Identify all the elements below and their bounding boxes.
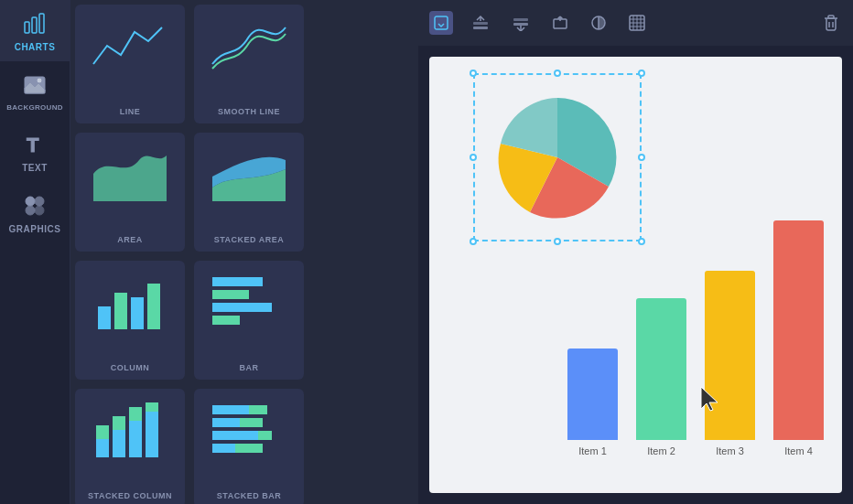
chart-thumb-stacked-area[interactable]: STACKED AREA bbox=[194, 133, 304, 252]
svg-rect-23 bbox=[129, 407, 142, 421]
sidebar: CHARTS BACKGROUND T TEXT bbox=[0, 0, 70, 504]
bar-4 bbox=[773, 220, 824, 440]
svg-rect-12 bbox=[131, 297, 144, 329]
cursor-icon bbox=[697, 385, 723, 420]
svg-rect-20 bbox=[113, 430, 125, 457]
background-icon bbox=[20, 70, 49, 100]
svg-rect-11 bbox=[114, 293, 127, 329]
svg-rect-17 bbox=[212, 316, 240, 325]
bar-chart-icon bbox=[20, 9, 49, 38]
bar-label-3: Item 3 bbox=[716, 445, 744, 456]
svg-rect-2 bbox=[39, 14, 44, 33]
chart-thumb-bar[interactable]: BAR bbox=[194, 261, 304, 380]
svg-text:T: T bbox=[27, 134, 39, 156]
text-icon: T bbox=[20, 130, 49, 159]
svg-point-6 bbox=[26, 197, 35, 206]
svg-rect-10 bbox=[98, 306, 111, 329]
pie-selection-box bbox=[473, 73, 642, 241]
add-layer-button[interactable] bbox=[548, 11, 572, 35]
pattern-button[interactable] bbox=[625, 11, 649, 35]
bar-item-3: Item 3 bbox=[705, 271, 755, 456]
svg-point-9 bbox=[35, 206, 44, 215]
chart-thumb-stacked-area-label: STACKED AREA bbox=[214, 235, 285, 244]
svg-rect-13 bbox=[147, 284, 160, 329]
layer-down-button[interactable] bbox=[508, 11, 534, 35]
svg-rect-18 bbox=[96, 439, 109, 457]
chart-thumb-stacked-bar[interactable]: STACKED BAR bbox=[194, 389, 304, 504]
sidebar-item-graphics[interactable]: GRAPHICS bbox=[0, 182, 70, 243]
chart-thumb-stacked-column[interactable]: STACKED COLUMN bbox=[75, 389, 185, 504]
canvas-area[interactable]: Item 1 Item 2 Item 3 Item 4 bbox=[429, 57, 842, 493]
delete-button[interactable] bbox=[820, 11, 842, 35]
sidebar-item-charts-label: CHARTS bbox=[15, 42, 56, 52]
svg-point-4 bbox=[37, 78, 42, 83]
graphics-icon bbox=[20, 191, 49, 220]
sidebar-item-text-label: TEXT bbox=[22, 163, 48, 173]
bar-2 bbox=[636, 298, 686, 440]
chart-thumb-stacked-column-label: STACKED COLUMN bbox=[88, 491, 172, 500]
sidebar-item-text[interactable]: T TEXT bbox=[0, 121, 70, 182]
svg-rect-63 bbox=[473, 22, 488, 25]
svg-rect-21 bbox=[113, 416, 125, 430]
svg-rect-64 bbox=[473, 27, 488, 29]
handle-right[interactable] bbox=[638, 154, 645, 161]
pie-chart[interactable] bbox=[484, 84, 631, 231]
color-split-button[interactable] bbox=[587, 11, 610, 35]
chart-thumb-area[interactable]: AREA bbox=[75, 133, 185, 252]
bar-item-4: Item 4 bbox=[773, 220, 824, 456]
toolbar bbox=[418, 0, 853, 46]
bar-1 bbox=[567, 349, 618, 440]
svg-rect-66 bbox=[513, 18, 528, 21]
svg-rect-15 bbox=[212, 290, 249, 299]
bar-item-2: Item 2 bbox=[636, 298, 686, 456]
chart-thumb-column[interactable]: COLUMN bbox=[75, 261, 185, 380]
svg-rect-22 bbox=[129, 421, 142, 457]
chart-thumb-smooth-line[interactable]: SMOOTH LINE bbox=[194, 5, 304, 123]
expand-button[interactable] bbox=[429, 11, 453, 35]
chart-thumb-area-label: AREA bbox=[117, 235, 143, 244]
layer-up-button[interactable] bbox=[468, 11, 493, 35]
sidebar-item-charts[interactable]: CHARTS bbox=[0, 0, 70, 61]
handle-top[interactable] bbox=[554, 70, 561, 77]
bar-chart: Item 1 Item 2 Item 3 Item 4 bbox=[567, 220, 824, 456]
chart-thumb-smooth-line-label: SMOOTH LINE bbox=[218, 107, 280, 116]
handle-top-right[interactable] bbox=[638, 70, 645, 77]
svg-rect-16 bbox=[212, 303, 272, 312]
svg-rect-24 bbox=[146, 412, 158, 457]
svg-rect-1 bbox=[32, 17, 37, 33]
svg-rect-14 bbox=[212, 277, 263, 286]
handle-left[interactable] bbox=[470, 154, 477, 161]
svg-rect-26 bbox=[212, 405, 249, 414]
bar-item-1: Item 1 bbox=[567, 349, 618, 456]
chart-panel: LINE SMOOTH LINE AREA STACKED AREA COLUM… bbox=[70, 0, 418, 504]
handle-bottom[interactable] bbox=[554, 238, 561, 245]
svg-point-7 bbox=[35, 197, 44, 206]
chart-thumb-stacked-bar-label: STACKED BAR bbox=[217, 491, 281, 500]
sidebar-item-graphics-label: GRAPHICS bbox=[9, 224, 61, 234]
bar-label-4: Item 4 bbox=[784, 445, 813, 456]
svg-point-8 bbox=[26, 206, 35, 215]
svg-rect-28 bbox=[212, 418, 240, 427]
svg-rect-27 bbox=[249, 405, 267, 414]
svg-rect-31 bbox=[258, 431, 272, 440]
bar-label-2: Item 2 bbox=[647, 445, 675, 456]
svg-rect-0 bbox=[25, 22, 29, 33]
svg-rect-67 bbox=[513, 23, 528, 26]
bar-label-1: Item 1 bbox=[578, 445, 607, 456]
chart-thumb-bar-label: BAR bbox=[240, 363, 259, 372]
chart-thumb-line[interactable]: LINE bbox=[75, 5, 185, 123]
sidebar-item-background-label: BACKGROUND bbox=[6, 103, 63, 112]
main-area: Item 1 Item 2 Item 3 Item 4 bbox=[418, 0, 853, 504]
svg-rect-29 bbox=[240, 418, 263, 427]
sidebar-item-background[interactable]: BACKGROUND bbox=[0, 61, 70, 121]
chart-canvas: Item 1 Item 2 Item 3 Item 4 bbox=[429, 57, 842, 493]
svg-rect-30 bbox=[212, 431, 258, 440]
handle-top-left[interactable] bbox=[470, 70, 477, 77]
handle-bottom-left[interactable] bbox=[470, 238, 477, 245]
svg-rect-19 bbox=[96, 425, 109, 439]
chart-thumb-column-label: COLUMN bbox=[111, 363, 150, 372]
svg-rect-32 bbox=[212, 444, 235, 453]
chart-thumb-line-label: LINE bbox=[120, 107, 141, 116]
svg-rect-25 bbox=[146, 402, 158, 412]
svg-rect-33 bbox=[235, 444, 263, 453]
